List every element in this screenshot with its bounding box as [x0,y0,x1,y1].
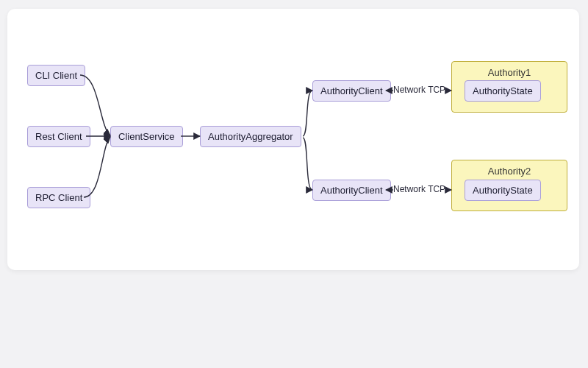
node-rest-client: Rest Client [27,126,90,147]
node-authority-client-1: AuthorityClient [312,80,391,102]
node-client-service: ClientService [110,126,183,147]
node-authority-state-2: AuthorityState [465,180,541,201]
node-authority-aggregator: AuthorityAggregator [200,126,301,147]
node-authority-client-2: AuthorityClient [312,180,391,201]
container-title-authority2: Authority2 [452,166,567,177]
node-authority-state-1: AuthorityState [465,80,541,102]
edge-label-network-tcp-1: Network TCP [393,85,445,95]
container-title-authority1: Authority1 [452,67,567,78]
edge-aggregator-to-authorityclient-1 [303,91,312,136]
diagram-card: Authority1 Authority2 CLI Client Rest Cl… [7,9,579,270]
edge-label-network-tcp-2: Network TCP [393,184,445,194]
node-rpc-client: RPC Client [27,187,90,208]
edge-aggregator-to-authorityclient-2 [303,138,312,190]
node-cli-client: CLI Client [27,65,85,86]
